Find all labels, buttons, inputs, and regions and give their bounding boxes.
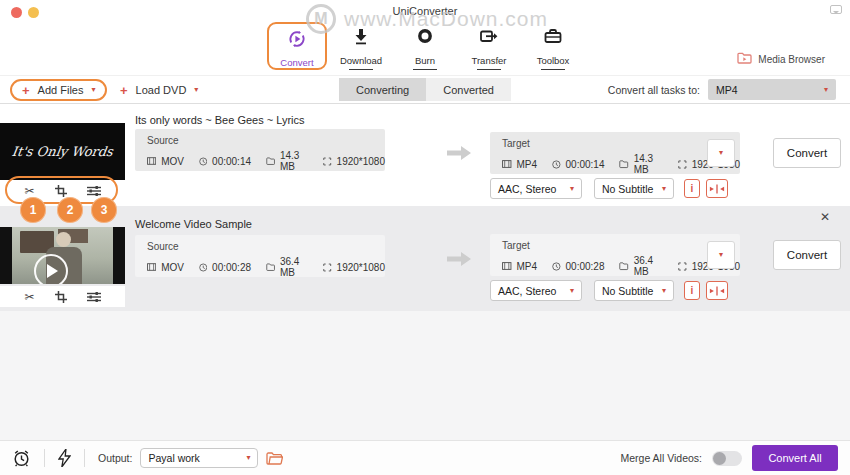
convert-button[interactable]: Convert [773,240,841,270]
subtitle-setting-value: No Subtitle [602,183,662,195]
play-button[interactable] [34,254,68,284]
film-icon [147,156,156,166]
convert-all-tasks: Convert all tasks to: MP4 ▾ [608,79,836,100]
chevron-down-icon: ▾ [662,287,666,295]
task-title: Its only words ~ Bee Gees ~ Lyrics [135,114,305,126]
nav-underline [541,69,565,70]
split-button[interactable] [706,179,728,198]
source-size: 36.4 MB [280,256,309,278]
merge-all-videos-toggle[interactable] [712,451,742,466]
feedback-bubble-icon[interactable] [830,5,842,14]
effects-icon[interactable] [87,291,101,303]
high-speed-icon[interactable] [58,449,71,467]
nav-item-toolbox[interactable]: Toolbox [523,22,583,70]
convert-icon [287,29,307,53]
toolbox-icon [543,27,563,51]
effects-icon[interactable] [87,185,101,197]
remove-task-button[interactable]: ✕ [820,210,830,224]
audio-setting-value: AAC, Stereo [498,285,570,297]
task-row-2: 1 2 3 Welcome Video Sample ✕ ✂ Source [0,206,850,311]
source-info-box: Source MOV 00:00:28 36.4 MB 1920*1080 [135,235,385,277]
film-icon [502,261,512,271]
source-format: MOV [161,262,184,273]
target-size: 36.4 MB [634,255,663,277]
open-folder-icon[interactable] [266,452,283,465]
nav-underline [477,69,501,70]
resolution-icon [678,261,687,272]
chevron-down-icon: ▾ [824,86,828,94]
chevron-down-icon: ▾ [719,251,723,259]
main-nav: Convert Download Burn Transfer [267,22,583,70]
target-info-box: Target MP4 00:00:14 14.3 MB 1920*1080 ▾ [490,132,740,174]
schedule-icon[interactable] [12,449,31,468]
file-info-button[interactable]: i [684,179,700,198]
chevron-down-icon: ▾ [570,185,574,193]
output-format-dropdown[interactable]: MP4 ▾ [708,79,836,100]
output-label: Output: [98,452,132,464]
split-icon [709,286,725,296]
source-duration: 00:00:14 [212,156,251,167]
subtitle-setting-dropdown[interactable]: No Subtitle ▾ [594,280,674,301]
divider [84,449,85,467]
split-icon [709,184,725,194]
burn-icon [415,27,435,51]
target-format-dropdown-button[interactable]: ▾ [707,241,735,269]
resolution-icon [678,159,687,170]
source-format: MOV [161,156,184,167]
annotation-badge-3: 3 [91,197,117,223]
convert-all-button[interactable]: Convert All [752,445,838,471]
titlebar: UniConverter M www.MacDown.com Convert D… [0,0,850,75]
chevron-down-icon: ▾ [719,149,723,157]
source-resolution: 1920*1080 [337,156,385,167]
video-thumbnail: It's Only Words [0,123,125,180]
divider [44,449,45,467]
nav-label-toolbox: Toolbox [537,55,570,66]
nav-item-download[interactable]: Download [331,22,391,70]
transfer-icon [479,27,499,51]
target-info-box: Target MP4 00:00:28 36.4 MB 1920*1080 ▾ [490,234,740,276]
tab-converted[interactable]: Converted [426,78,511,101]
nav-item-transfer[interactable]: Transfer [459,22,519,70]
convert-button[interactable]: Convert [773,138,841,168]
trim-icon[interactable]: ✂ [24,291,34,303]
add-files-label: Add Files [38,84,84,96]
target-format-dropdown-button[interactable]: ▾ [707,139,735,167]
trim-icon[interactable]: ✂ [24,185,34,197]
target-format: MP4 [517,261,538,272]
subtitle-setting-dropdown[interactable]: No Subtitle ▾ [594,178,674,199]
add-files-button[interactable]: + Add Files ▾ [10,79,107,101]
edit-toolbar: ✂ [0,286,125,307]
task-row-1: Its only words ~ Bee Gees ~ Lyrics It's … [0,104,850,206]
audio-setting-dropdown[interactable]: AAC, Stereo ▾ [490,178,582,199]
media-browser-button[interactable]: Media Browser [737,52,825,66]
folder-icon [619,159,629,169]
chevron-down-icon: ▾ [194,86,198,94]
chevron-down-icon: ▾ [662,185,666,193]
crop-icon[interactable] [55,185,67,197]
plus-icon: + [22,84,30,97]
split-button[interactable] [706,281,728,300]
load-dvd-button[interactable]: + Load DVD ▾ [120,79,198,101]
film-icon [147,262,156,272]
file-info-button[interactable]: i [684,281,700,300]
merge-all-videos-label: Merge All Videos: [620,452,702,464]
source-label: Source [147,135,385,146]
source-resolution: 1920*1080 [337,262,385,273]
nav-item-burn[interactable]: Burn [395,22,455,70]
annotation-badge-1: 1 [20,197,46,223]
chevron-down-icon: ▾ [91,86,95,94]
task-list: Its only words ~ Bee Gees ~ Lyrics It's … [0,104,850,440]
nav-item-convert[interactable]: Convert [267,22,327,70]
clock-icon [199,156,207,167]
output-folder-dropdown[interactable]: Payal work ▾ [140,448,258,468]
clock-icon [552,261,561,272]
audio-setting-dropdown[interactable]: AAC, Stereo ▾ [490,280,582,301]
target-label: Target [502,138,740,149]
source-duration: 00:00:28 [212,262,251,273]
tab-converting[interactable]: Converting [339,78,426,101]
chevron-down-icon: ▾ [246,454,250,462]
source-label: Source [147,241,385,252]
footer-bar: Output: Payal work ▾ Merge All Videos: C… [0,440,850,475]
crop-icon[interactable] [55,291,67,303]
source-info-box: Source MOV 00:00:14 14.3 MB 1920*1080 [135,129,385,171]
